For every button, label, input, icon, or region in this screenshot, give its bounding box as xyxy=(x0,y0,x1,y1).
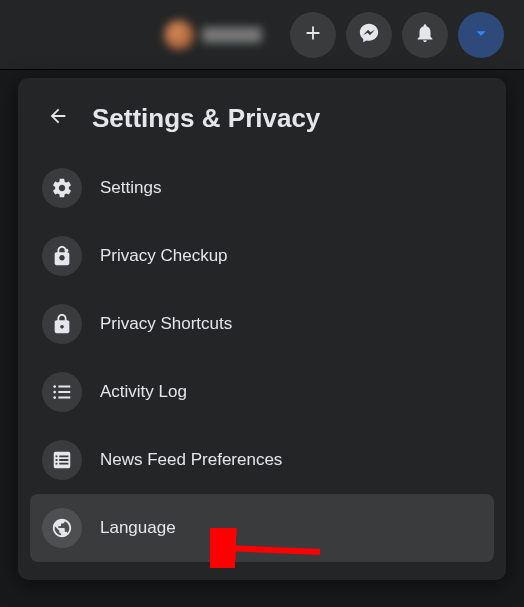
back-button[interactable] xyxy=(38,98,78,138)
account-menu-button[interactable] xyxy=(458,12,504,58)
list-icon xyxy=(42,372,82,412)
panel-title: Settings & Privacy xyxy=(92,103,320,134)
arrow-left-icon xyxy=(47,105,69,131)
messenger-icon xyxy=(358,22,380,48)
gear-icon xyxy=(42,168,82,208)
panel-header: Settings & Privacy xyxy=(30,90,494,154)
menu-label: Privacy Checkup xyxy=(100,246,228,266)
menu-item-language[interactable]: Language xyxy=(30,494,494,562)
plus-icon xyxy=(302,22,324,48)
lock-icon xyxy=(42,304,82,344)
svg-point-0 xyxy=(65,249,69,253)
menu-item-settings[interactable]: Settings xyxy=(30,154,494,222)
menu-item-privacy-shortcuts[interactable]: Privacy Shortcuts xyxy=(30,290,494,358)
settings-privacy-panel: Settings & Privacy Settings Privacy Chec… xyxy=(18,78,506,580)
lock-heart-icon xyxy=(42,236,82,276)
menu-label: Language xyxy=(100,518,176,538)
profile-name xyxy=(202,27,262,43)
notifications-button[interactable] xyxy=(402,12,448,58)
menu-item-activity-log[interactable]: Activity Log xyxy=(30,358,494,426)
profile-chip[interactable] xyxy=(154,14,272,56)
caret-down-icon xyxy=(470,22,492,48)
messenger-button[interactable] xyxy=(346,12,392,58)
create-button[interactable] xyxy=(290,12,336,58)
feed-icon xyxy=(42,440,82,480)
menu-label: News Feed Preferences xyxy=(100,450,282,470)
menu-item-news-feed-preferences[interactable]: News Feed Preferences xyxy=(30,426,494,494)
menu-item-privacy-checkup[interactable]: Privacy Checkup xyxy=(30,222,494,290)
topbar xyxy=(0,0,524,70)
globe-icon xyxy=(42,508,82,548)
menu-label: Privacy Shortcuts xyxy=(100,314,232,334)
menu-label: Settings xyxy=(100,178,161,198)
menu-label: Activity Log xyxy=(100,382,187,402)
bell-icon xyxy=(414,22,436,48)
avatar xyxy=(164,20,194,50)
